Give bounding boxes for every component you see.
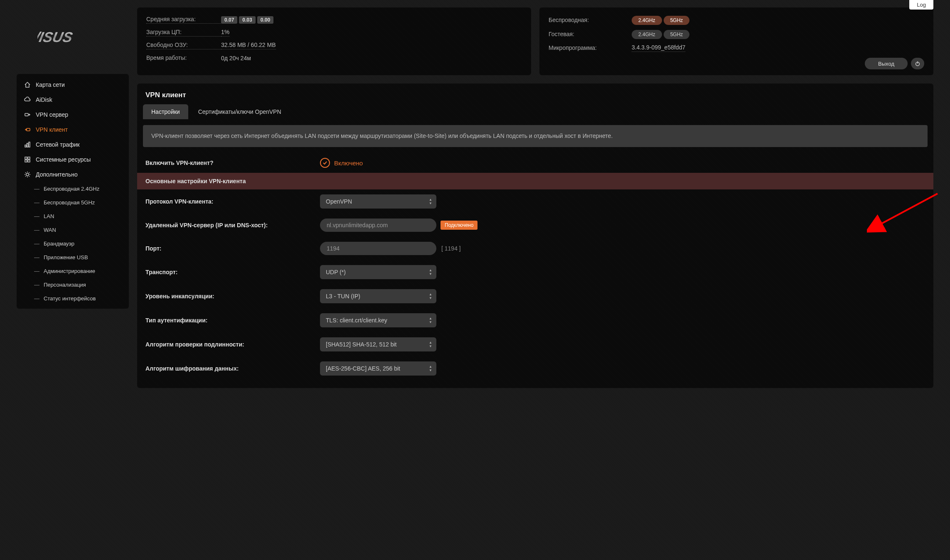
log-tab[interactable]: Log (909, 0, 933, 10)
protocol-label: Протокол VPN-клиента: (145, 198, 320, 205)
cpu-load-value: 1% (221, 29, 229, 37)
power-icon (915, 61, 920, 66)
svg-text:/ISUS: /ISUS (37, 29, 74, 45)
sidebar-sub-wireless-24[interactable]: —Беспроводная 2.4GHz (17, 182, 129, 196)
sidebar-label: VPN сервер (36, 111, 68, 118)
uptime-value: 0д 20ч 24м (221, 55, 251, 61)
cloud-icon (24, 96, 31, 103)
tab-certs[interactable]: Сертификаты/ключи OpenVPN (190, 104, 290, 119)
sidebar-sub-personal[interactable]: —Персонализация (17, 278, 129, 292)
updown-icon: ▲▼ (429, 341, 432, 348)
transport-select[interactable]: UDP (*) ▲▼ (320, 265, 436, 279)
main-panel: VPN клиент Настройки Сертификаты/ключи O… (137, 84, 933, 388)
avg-load-values: 0.07 0.03 0.00 (221, 16, 273, 24)
uptime-label: Время работы: (146, 54, 221, 62)
sidebar-label: Сетевой трафик (36, 141, 80, 148)
wireless-24ghz-pill[interactable]: 2.4GHz (632, 16, 662, 25)
server-label: Удаленный VPN-сервер (IP или DNS-хост): (145, 222, 320, 228)
network-stats-box: Беспроводная: 2.4GHz 5GHz Гостевая: 2.4G… (539, 7, 933, 75)
sidebar-item-vpn-server[interactable]: VPN сервер (17, 107, 129, 122)
chart-icon (24, 141, 31, 148)
encap-label: Уровень инкапсуляции: (145, 293, 320, 300)
svg-rect-6 (25, 157, 27, 159)
home-icon (24, 81, 31, 88)
sidebar-label: Системные ресурсы (36, 156, 91, 163)
free-ram-label: Свободно ОЗУ: (146, 42, 221, 49)
tab-settings[interactable]: Настройки (143, 104, 188, 119)
section-header: Основные настройки VPN-клиента (137, 173, 933, 189)
svg-rect-3 (25, 145, 26, 147)
avg-load-label: Средняя загрузка: (146, 16, 221, 24)
auth-algo-select[interactable]: [SHA512] SHA-512, 512 bit ▲▼ (320, 337, 436, 351)
enabled-indicator[interactable]: Включено (320, 158, 363, 168)
logout-button[interactable]: Выход (865, 58, 908, 69)
svg-rect-5 (29, 142, 30, 147)
svg-rect-9 (28, 160, 30, 162)
protocol-select[interactable]: OpenVPN ▲▼ (320, 194, 436, 209)
asus-logo: /ISUS (17, 7, 129, 66)
server-out-icon (24, 111, 31, 118)
svg-rect-1 (25, 113, 28, 116)
firmware-label: Микропрограмма: (549, 44, 632, 52)
sidebar-item-aidisk[interactable]: AiDisk (17, 92, 129, 107)
connected-badge: Подключено (441, 221, 477, 230)
encap-select[interactable]: L3 - TUN (IP) ▲▼ (320, 289, 436, 303)
sidebar-label: AiDisk (36, 96, 52, 103)
enable-vpn-label: Включить VPN-клиент? (145, 160, 320, 166)
guest-5ghz-pill[interactable]: 5GHz (664, 30, 690, 39)
server-in-icon (24, 126, 31, 133)
transport-label: Транспорт: (145, 269, 320, 275)
sidebar-label: Дополнительно (36, 171, 78, 178)
grid-icon (24, 156, 31, 163)
updown-icon: ▲▼ (429, 365, 432, 372)
sidebar-label: Карта сети (36, 81, 65, 88)
updown-icon: ▲▼ (429, 292, 432, 300)
sidebar-sub-iface-status[interactable]: —Статус интерфейсов (17, 292, 129, 305)
sidebar-item-network-map[interactable]: Карта сети (17, 77, 129, 92)
updown-icon: ▲▼ (429, 317, 432, 324)
guest-label: Гостевая: (549, 31, 632, 38)
guest-24ghz-pill[interactable]: 2.4GHz (632, 30, 662, 39)
sidebar-sub-wan[interactable]: —WAN (17, 223, 129, 237)
sidebar-sub-wireless-5[interactable]: —Беспроводная 5GHz (17, 196, 129, 209)
sidebar-item-vpn-client[interactable]: VPN клиент (17, 122, 129, 137)
sidebar-label: VPN клиент (36, 126, 68, 133)
sidebar-sub-usb-app[interactable]: —Приложение USB (17, 251, 129, 264)
info-box: VPN-клиент позволяет через сеть Интернет… (143, 125, 928, 147)
sidebar-item-advanced[interactable]: Дополнительно (17, 167, 129, 182)
wireless-label: Беспроводная: (549, 17, 632, 24)
updown-icon: ▲▼ (429, 268, 432, 276)
auth-type-select[interactable]: TLS: client.crt/client.key ▲▼ (320, 313, 436, 327)
port-input[interactable] (320, 242, 436, 255)
sidebar-sub-lan[interactable]: —LAN (17, 209, 129, 223)
port-hint: [ 1194 ] (441, 245, 461, 252)
sidebar: Карта сети AiDisk VPN сервер VPN клиент … (17, 74, 129, 309)
sidebar-item-sysres[interactable]: Системные ресурсы (17, 152, 129, 167)
updown-icon: ▲▼ (429, 198, 432, 205)
cipher-label: Алгоритм шифрования данных: (145, 365, 320, 372)
sidebar-sub-admin[interactable]: —Администрирование (17, 264, 129, 278)
cipher-select[interactable]: [AES-256-CBC] AES, 256 bit ▲▼ (320, 361, 436, 376)
svg-point-10 (26, 173, 29, 176)
sidebar-sub-firewall[interactable]: —Брандмауэр (17, 237, 129, 251)
sidebar-item-traffic[interactable]: Сетевой трафик (17, 137, 129, 152)
auth-algo-label: Алгоритм проверки подлинности: (145, 341, 320, 348)
system-stats-box: Средняя загрузка: 0.07 0.03 0.00 Загрузк… (137, 7, 531, 75)
svg-rect-2 (27, 128, 30, 131)
cpu-load-label: Загрузка ЦП: (146, 29, 221, 37)
firmware-value[interactable]: 3.4.3.9-099_e58fdd7 (632, 44, 685, 52)
svg-rect-7 (28, 157, 30, 159)
port-label: Порт: (145, 245, 320, 252)
svg-rect-8 (25, 160, 27, 162)
svg-rect-4 (27, 143, 28, 147)
server-input[interactable] (320, 219, 436, 232)
check-circle-icon (320, 158, 330, 168)
power-button[interactable] (911, 58, 924, 69)
page-title: VPN клиент (137, 91, 933, 104)
auth-type-label: Тип аутентификации: (145, 317, 320, 324)
gear-icon (24, 171, 31, 178)
free-ram-value: 32.58 MB / 60.22 MB (221, 42, 276, 49)
wireless-5ghz-pill[interactable]: 5GHz (664, 16, 690, 25)
